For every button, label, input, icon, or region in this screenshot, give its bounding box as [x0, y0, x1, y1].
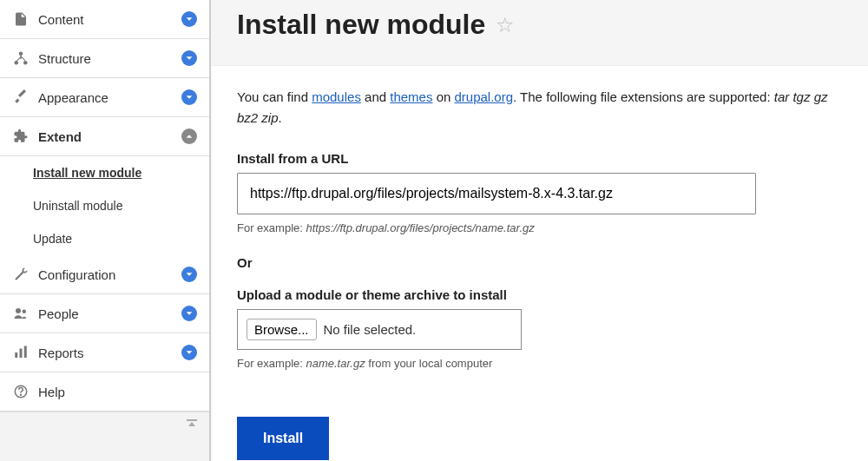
- upload-hint: For example: name.tar.gz from your local…: [237, 357, 842, 370]
- url-label: Install from a URL: [237, 151, 842, 166]
- intro-mid1: and: [361, 89, 390, 104]
- svg-point-3: [16, 308, 21, 313]
- modules-link[interactable]: modules: [312, 89, 361, 104]
- sidebar-item-label: Configuration: [38, 267, 181, 282]
- install-button[interactable]: Install: [237, 417, 329, 460]
- collapse-up-icon[interactable]: [185, 418, 199, 434]
- chevron-down-icon: [181, 345, 197, 360]
- intro-text: You can find modules and themes on drupa…: [237, 87, 842, 128]
- browse-button[interactable]: Browse...: [247, 319, 317, 340]
- intro-post: . The following file extensions are supp…: [513, 89, 774, 104]
- intro-mid2: on: [432, 89, 454, 104]
- chevron-up-icon: [181, 128, 197, 144]
- sidebar-filler: [0, 412, 209, 461]
- drupal-org-link[interactable]: drupal.org: [455, 89, 514, 104]
- sidebar-item-configuration[interactable]: Configuration: [0, 255, 209, 294]
- chevron-down-icon: [181, 306, 197, 321]
- file-status: No file selected.: [324, 322, 417, 337]
- sidebar-item-help[interactable]: Help: [0, 372, 209, 412]
- svg-point-1: [15, 61, 19, 65]
- file-upload[interactable]: Browse... No file selected.: [237, 309, 522, 350]
- svg-rect-7: [24, 346, 27, 359]
- sidebar-item-people[interactable]: People: [0, 294, 209, 333]
- chevron-down-icon: [181, 50, 197, 66]
- extend-submenu: Install new module Uninstall module Upda…: [0, 156, 209, 255]
- chevron-down-icon: [181, 267, 197, 282]
- themes-link[interactable]: themes: [390, 89, 432, 104]
- file-icon: [12, 10, 30, 28]
- url-hint: For example: https://ftp.drupal.org/file…: [237, 221, 842, 234]
- upload-hint-example: name.tar.gz: [306, 357, 365, 370]
- sidebar-item-reports[interactable]: Reports: [0, 333, 209, 372]
- url-hint-example: https://ftp.drupal.org/files/projects/na…: [306, 221, 534, 234]
- sidebar-item-label: Appearance: [38, 90, 181, 105]
- svg-point-2: [23, 61, 28, 65]
- sidebar-item-label: People: [38, 306, 181, 321]
- sidebar-item-label: Reports: [38, 346, 181, 360]
- sidebar-item-extend[interactable]: Extend: [0, 117, 209, 156]
- sidebar-item-label: Extend: [38, 129, 181, 144]
- svg-point-0: [19, 52, 23, 56]
- svg-rect-5: [15, 352, 17, 358]
- puzzle-icon: [12, 128, 30, 145]
- people-icon: [12, 305, 30, 322]
- page-title: Install new module: [237, 9, 485, 41]
- sitemap-icon: [12, 49, 30, 67]
- submenu-update[interactable]: Update: [0, 222, 209, 255]
- page-header: Install new module ☆: [211, 0, 868, 66]
- wrench-icon: [12, 266, 30, 283]
- sidebar-item-label: Content: [38, 12, 181, 27]
- or-separator: Or: [237, 255, 842, 270]
- question-icon: [12, 383, 30, 400]
- svg-point-4: [23, 310, 27, 314]
- sidebar-item-appearance[interactable]: Appearance: [0, 78, 209, 117]
- submenu-install-new-module[interactable]: Install new module: [0, 156, 209, 189]
- install-url-input[interactable]: [237, 173, 756, 214]
- sidebar-item-content[interactable]: Content: [0, 0, 209, 39]
- admin-sidebar: Content Structure Appearance Extend: [0, 0, 211, 461]
- sidebar-item-structure[interactable]: Structure: [0, 39, 209, 78]
- wand-icon: [12, 89, 30, 106]
- bar-chart-icon: [12, 344, 30, 361]
- sidebar-item-label: Help: [38, 385, 197, 399]
- intro-pre: You can find: [237, 89, 312, 104]
- svg-point-9: [21, 394, 22, 395]
- main-content: Install new module ☆ You can find module…: [211, 0, 868, 461]
- sidebar-item-label: Structure: [38, 51, 181, 66]
- svg-rect-6: [20, 349, 23, 359]
- submenu-uninstall-module[interactable]: Uninstall module: [0, 189, 209, 222]
- chevron-down-icon: [181, 11, 197, 27]
- svg-rect-10: [187, 419, 197, 421]
- star-icon[interactable]: ☆: [496, 13, 515, 37]
- upload-hint-pre: For example:: [237, 357, 306, 370]
- upload-label: Upload a module or theme archive to inst…: [237, 287, 842, 302]
- intro-end: .: [279, 110, 282, 125]
- chevron-down-icon: [181, 89, 197, 105]
- url-hint-pre: For example:: [237, 221, 306, 234]
- upload-hint-post: from your local computer: [365, 357, 493, 370]
